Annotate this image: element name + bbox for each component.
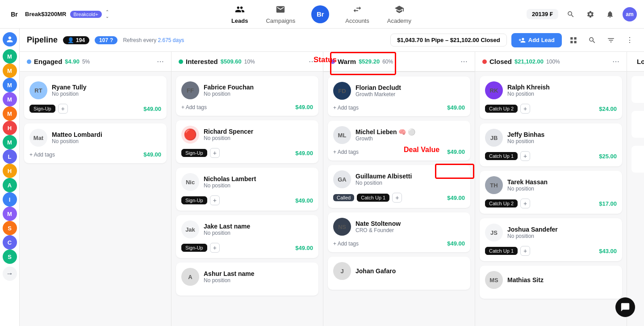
sidebar-item-s5[interactable]: M [3,106,17,121]
card-warm-4[interactable]: JJohan Gafaro [328,257,470,290]
card-name: Jeffy Binhas [507,131,617,138]
col-title-lost: Los… [637,58,644,65]
card-closed-4[interactable]: MSMathias Sitz [480,266,622,299]
card-avatar: ML [333,126,351,144]
card-warm-0[interactable]: FDFlorian DecludtGrowth Marketer+ Add ta… [328,76,470,116]
sidebar-item-s1[interactable]: M [3,49,17,64]
card-interested-4[interactable]: AAshur Last nameNo position [176,262,318,296]
col-header-lost: Los…⋯ [627,52,644,72]
card-warm-3[interactable]: NSNate StoltenowCRO & Founder+ Add tags$… [328,212,470,252]
leads-label: Leads [231,17,248,24]
card-add-tag-button[interactable]: + [520,104,530,114]
col-pct-interested: 10% [244,59,255,65]
card-add-tag-button[interactable]: + [392,193,402,203]
sidebar-item-s8[interactable]: L [3,149,17,164]
card-add-tag-button[interactable]: + [210,195,220,205]
grid-view-icon[interactable] [566,33,581,47]
refresh-link[interactable]: 2.675 days [158,37,184,43]
sidebar-arrow[interactable]: → [3,267,17,281]
chat-fab[interactable] [615,297,635,317]
card-engaged-0[interactable]: RTRyane TullyNo positionSign-Up+$49.00 [24,76,167,119]
nav-arrows[interactable]: ⌃⌄ [105,10,109,19]
settings-icon-nav[interactable] [583,7,598,21]
col-amount-closed: $21,102.00 [514,58,544,65]
card-engaged-1[interactable]: MatMatteo LombardiNo position+ Add tags$… [24,123,167,163]
card-interested-0[interactable]: FFFabrice FouchanNo position+ Add tags$4… [176,76,318,116]
nav-center: Leads Campaigns Br Accounts Academy [116,4,527,24]
card-add-tag-button[interactable]: + [58,104,68,114]
card-price: $43.00 [599,248,617,254]
card-closed-2[interactable]: THTarek HassanNo positionCatch Up 2+$17.… [480,171,622,214]
add-tags-button[interactable]: + Add tags [333,149,359,155]
card-avatar: Nic [181,173,199,191]
card-position: No position [204,91,313,97]
card-add-tag-button[interactable]: + [210,148,220,158]
pipeline-badge2: 107 ? [95,36,117,44]
sidebar-item-s15[interactable]: S [3,250,17,264]
card-add-tag-button[interactable]: + [210,243,220,253]
sidebar-item-s2[interactable]: M [3,64,17,78]
col-header-interested: Interested$509.6010%⋯ [171,52,323,72]
sidebar-item-s14[interactable]: C [3,235,17,250]
col-menu-warm[interactable]: ⋯ [460,57,468,66]
card-avatar: Mat [29,129,47,147]
nav-leads[interactable]: Leads [222,4,257,24]
card-avatar: MS [485,271,503,289]
nav-logo[interactable]: Br [311,5,329,23]
sidebar-item-user-icon[interactable] [3,32,17,47]
more-options-icon[interactable]: ⋮ [623,33,637,47]
card-warm-2[interactable]: GAGuillaume AlbisettiNo positionCalledCa… [328,165,470,208]
add-tags-button[interactable]: + Add tags [29,152,55,158]
nav-academy[interactable]: Academy [378,4,420,24]
search-icon-nav[interactable] [564,7,578,21]
card-position: No position [507,233,617,239]
filter-icon[interactable] [604,33,618,47]
add-lead-button[interactable]: Add Lead [511,33,562,47]
card-add-tag-button[interactable]: + [520,199,530,208]
add-tags-button[interactable]: + Add tags [333,105,359,111]
sidebar-item-s13[interactable]: S [3,221,17,235]
card-add-tag-button[interactable]: + [520,246,530,256]
card-add-tag-button[interactable]: + [520,151,530,161]
col-title-closed: Closed [489,58,512,65]
card-price: $17.00 [599,200,617,207]
col-menu-interested[interactable]: ⋯ [309,57,316,66]
card-name: Mathias Sitz [507,276,617,284]
sidebar-item-s12[interactable]: M [3,207,17,221]
add-tags-button[interactable]: + Add tags [181,104,207,110]
pipeline-title: Pipeline [27,35,58,45]
sidebar-item-s7[interactable]: M [3,135,17,149]
card-closed-3[interactable]: JSJoshua SandeferNo positionCatch Up 1+$… [480,218,622,261]
card-interested-2[interactable]: NicNicholas LambertNo positionSign-Up+$4… [176,168,318,211]
sidebar-item-s3[interactable]: M [3,78,17,92]
sidebar-item-s6[interactable]: H [3,121,17,135]
sidebar-item-s11[interactable]: I [3,192,17,207]
plan-badge[interactable]: Breakcold+ [70,11,102,18]
card-warm-1[interactable]: MLMichel Lieben 🧠 ⚪Growth+ Add tags$49.0… [328,121,470,161]
card-avatar: FF [181,81,199,99]
content-area: Pipeline 👤 194 107 ? Refresh every 2.675… [20,29,644,326]
card-interested-3[interactable]: JakJake Last nameNo positionSign-Up+$49.… [176,215,318,258]
sidebar-item-s10[interactable]: A [3,178,17,192]
col-dot-closed [482,59,487,64]
card-bottom: Sign-Up+$49.00 [29,104,161,114]
add-tags-button[interactable]: + Add tags [333,241,359,247]
col-menu-engaged[interactable]: ⋯ [157,57,164,66]
brand-area[interactable]: Br Break$3200MR Breakcold+ ⌃⌄ [7,7,109,21]
nav-campaigns[interactable]: Campaigns [257,4,304,24]
col-menu-closed[interactable]: ⋯ [612,57,619,66]
card-name: Matteo Lombardi [52,131,161,138]
card-closed-0[interactable]: RKRalph KhreishNo positionCatch Up 2+$24… [480,76,622,119]
nav-accounts[interactable]: Accounts [336,4,378,24]
card-top: RTRyane TullyNo position [29,81,161,99]
card-top: MLMichel Lieben 🧠 ⚪Growth [333,126,465,144]
card-bottom: Sign-Up+$49.00 [181,148,313,158]
notifications-icon[interactable] [603,7,617,21]
search-pipeline-icon[interactable] [585,33,599,47]
user-avatar[interactable]: am [623,7,637,21]
card-interested-1[interactable]: 🔴Richard SpencerNo positionSign-Up+$49.0… [176,120,318,163]
sidebar-item-s4[interactable]: M [3,92,17,106]
sidebar-item-s9[interactable]: H [3,164,17,178]
card-closed-1[interactable]: JBJeffy BinhasNo positionCatch Up 1+$25.… [480,123,622,166]
sidebar-items: MMMMMHMLHAIMSCS [3,49,17,264]
